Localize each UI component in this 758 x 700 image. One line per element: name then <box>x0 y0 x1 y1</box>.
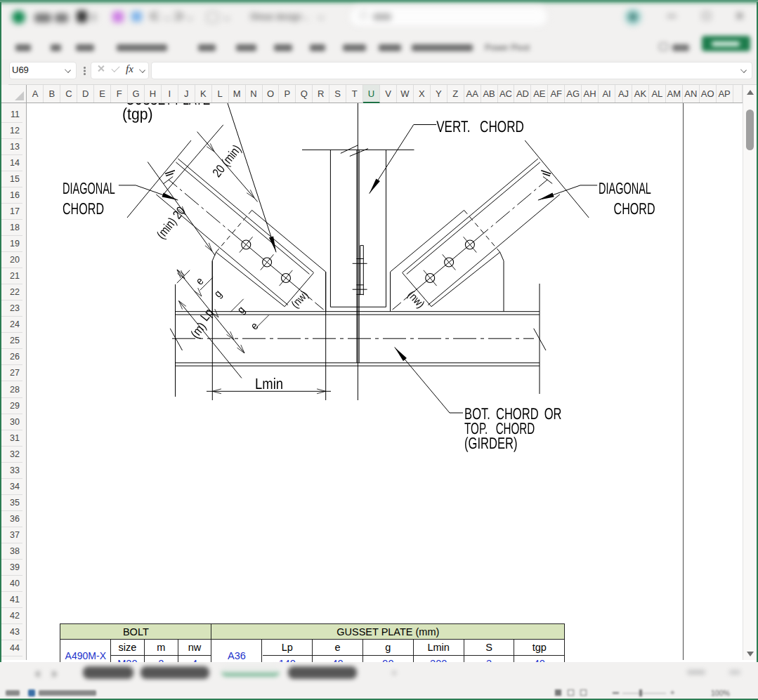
svg-text:Lp: Lp <box>197 305 216 324</box>
svg-text:Lmin: Lmin <box>255 376 283 392</box>
svg-text:CHORD: CHORD <box>63 199 104 218</box>
svg-text:VERT. CHORD: VERT. CHORD <box>436 117 524 135</box>
svg-text:(nw): (nw) <box>405 289 427 310</box>
svg-text:(GIRDER): (GIRDER) <box>464 434 517 451</box>
svg-text:e: e <box>248 320 261 332</box>
svg-text:DIAGONAL: DIAGONAL <box>599 179 651 197</box>
svg-text:e: e <box>193 275 206 287</box>
svg-text:(m): (m) <box>188 319 209 341</box>
svg-text:(tgp): (tgp) <box>122 105 152 123</box>
svg-text:(nw): (nw) <box>289 289 311 310</box>
svg-text:20 (min): 20 (min) <box>209 142 244 180</box>
svg-text:g: g <box>211 288 224 300</box>
svg-text:CHORD: CHORD <box>614 199 655 218</box>
svg-text:g: g <box>235 304 247 316</box>
svg-text:DIAGONAL: DIAGONAL <box>63 179 115 197</box>
svg-text:(min) 20: (min) 20 <box>154 204 188 242</box>
